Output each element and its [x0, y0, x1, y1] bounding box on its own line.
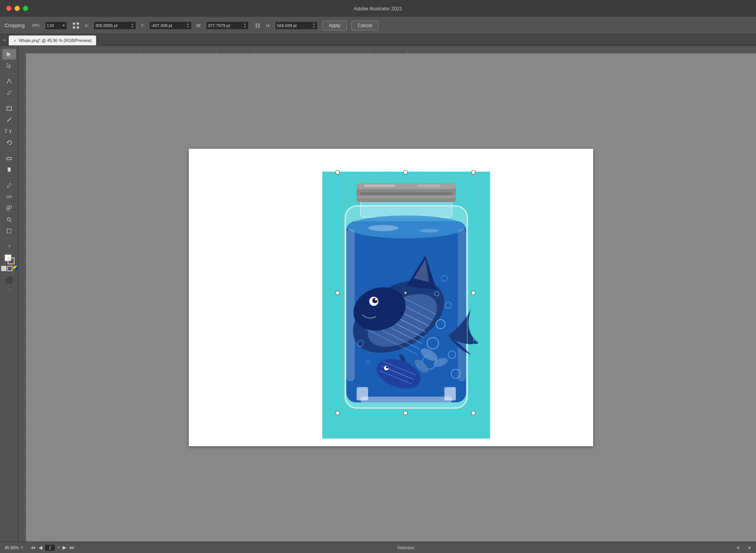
scroll-left-arrow[interactable]: ◀	[736, 545, 739, 550]
left-toolbar: T T ?	[0, 46, 18, 542]
mode-label: Cropping	[5, 23, 25, 28]
w-up[interactable]: ▲	[243, 23, 247, 26]
artboard-tool[interactable]	[2, 226, 16, 236]
stroke-swatch[interactable]	[8, 257, 14, 264]
svg-point-88	[347, 215, 465, 238]
tab-close-icon[interactable]: ✕	[13, 39, 16, 43]
svg-rect-28	[26, 46, 756, 53]
next-page-button[interactable]: ▶	[62, 545, 67, 550]
tool-separator-4	[4, 177, 14, 178]
svg-line-19	[10, 220, 11, 222]
svg-rect-20	[7, 229, 11, 233]
svg-point-14	[10, 196, 12, 198]
fill-icon[interactable]	[1, 266, 6, 271]
h-input[interactable]	[277, 23, 311, 28]
svg-rect-51	[18, 53, 26, 542]
svg-rect-89	[346, 229, 355, 381]
x-input[interactable]	[95, 23, 130, 28]
svg-rect-16	[9, 206, 11, 208]
color-swatch-group[interactable]	[2, 254, 16, 264]
brush-tool[interactable]	[2, 114, 16, 125]
pen-tool[interactable]	[2, 76, 16, 87]
stroke-icon[interactable]	[7, 266, 13, 271]
y-down[interactable]: ▼	[186, 26, 190, 29]
gradient-icon[interactable]	[13, 266, 17, 270]
w-label: W:	[196, 23, 201, 28]
y-input[interactable]	[151, 23, 185, 28]
question-tool[interactable]: ?	[2, 241, 16, 252]
eyedropper-tool[interactable]	[2, 180, 16, 191]
h-up[interactable]: ▲	[312, 23, 316, 26]
artboard	[189, 149, 593, 446]
more-tools-icon[interactable]: ···	[0, 287, 18, 291]
y-spinners[interactable]: ▲ ▼	[186, 23, 190, 29]
svg-marker-12	[8, 167, 11, 172]
cancel-button[interactable]: Cancel	[351, 21, 378, 31]
rectangle-tool[interactable]	[2, 103, 16, 114]
x-field[interactable]: ▲ ▼	[93, 21, 136, 30]
w-input[interactable]	[208, 23, 242, 28]
tool-separator-2	[4, 100, 14, 101]
canvas-area[interactable]	[26, 53, 756, 542]
document-tab[interactable]: ✕ Whale.png* @ 45.96 % (RGB/Preview)	[9, 35, 96, 45]
tab-bar: » ✕ Whale.png* @ 45.96 % (RGB/Preview)	[0, 34, 756, 46]
svg-rect-15	[7, 206, 9, 208]
screen-mode-icon[interactable]: ⬛	[0, 276, 18, 285]
fill-tool[interactable]	[2, 164, 16, 175]
zoom-tool[interactable]	[2, 214, 16, 225]
status-label: Selection	[397, 545, 414, 550]
ppi-input[interactable]	[47, 23, 61, 28]
last-page-button[interactable]: ⏭	[69, 545, 75, 550]
w-spinners[interactable]: ▲ ▼	[243, 23, 247, 29]
svg-text:T: T	[9, 129, 12, 134]
scroll-right-arrow[interactable]: ▶	[748, 545, 751, 550]
y-up[interactable]: ▲	[186, 23, 190, 26]
zoom-dropdown-arrow[interactable]: ▼	[20, 546, 24, 550]
minimize-button[interactable]	[14, 6, 20, 11]
ppi-field[interactable]: ▼	[45, 21, 68, 30]
status-right: ◀ ▶	[736, 545, 751, 550]
svg-point-13	[6, 196, 9, 198]
zoom-value: 45.96%	[5, 545, 19, 550]
svg-marker-4	[7, 52, 11, 57]
ppi-dropdown-arrow[interactable]: ▼	[62, 24, 66, 27]
text-tool[interactable]: T T	[2, 126, 16, 137]
svg-rect-90	[458, 229, 466, 381]
maximize-button[interactable]	[23, 6, 28, 11]
pencil-tool[interactable]	[2, 87, 16, 98]
svg-rect-83	[360, 192, 452, 195]
svg-rect-11	[7, 158, 11, 160]
x-down[interactable]: ▼	[130, 26, 134, 29]
direct-select-tool[interactable]	[2, 60, 16, 71]
y-field[interactable]: ▲ ▼	[149, 21, 192, 30]
prev-page-button[interactable]: ◀	[38, 545, 43, 550]
svg-rect-17	[7, 208, 9, 211]
shape-builder-tool[interactable]	[2, 203, 16, 214]
select-tool[interactable]	[2, 49, 16, 59]
whale-jar-svg	[322, 172, 490, 439]
apply-button[interactable]: Apply	[322, 21, 347, 31]
blend-tool[interactable]	[2, 191, 16, 202]
page-dropdown-arrow[interactable]: ▼	[57, 546, 60, 550]
h-field[interactable]: ▲ ▼	[275, 21, 318, 30]
svg-rect-86	[418, 185, 441, 187]
w-field[interactable]: ▲ ▼	[206, 21, 249, 30]
svg-point-107	[375, 298, 377, 301]
first-page-button[interactable]: ⏮	[30, 545, 36, 550]
ppi-label: PPI:	[32, 23, 40, 28]
panel-expand-icon[interactable]: »	[3, 37, 6, 43]
fill-stroke-icons	[1, 266, 17, 271]
w-down[interactable]: ▼	[243, 26, 247, 29]
page-input[interactable]	[45, 544, 55, 551]
x-spinners[interactable]: ▲ ▼	[130, 23, 134, 29]
rotate-tool[interactable]	[2, 137, 16, 148]
close-button[interactable]	[6, 6, 11, 11]
x-up[interactable]: ▲	[130, 23, 134, 26]
ruler-corner	[18, 46, 26, 53]
grid-icon[interactable]	[72, 21, 80, 30]
eraser-tool[interactable]	[2, 153, 16, 164]
app-title: Adobe Illustrator 2021	[354, 6, 402, 11]
link-proportions-icon[interactable]: ⛓	[253, 23, 262, 29]
h-spinners[interactable]: ▲ ▼	[312, 23, 316, 29]
h-down[interactable]: ▼	[312, 26, 316, 29]
